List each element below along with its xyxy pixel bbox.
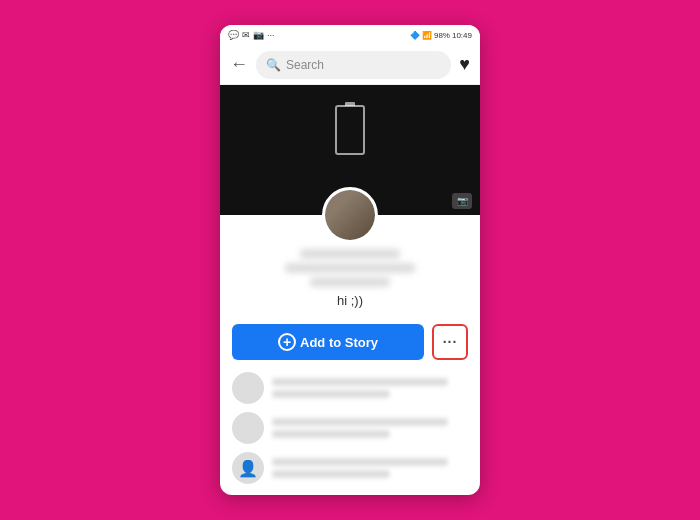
battery-outline-graphic bbox=[335, 105, 365, 155]
feed-text-lines bbox=[272, 458, 468, 478]
blurred-name-line bbox=[300, 249, 400, 259]
person-icon: 👤 bbox=[232, 452, 264, 484]
avatar bbox=[232, 412, 264, 444]
profile-photo bbox=[325, 190, 375, 240]
nav-bar: ← 🔍 Search ♥ bbox=[220, 45, 480, 85]
blurred-info-line bbox=[310, 277, 390, 287]
feed-area: 👤 bbox=[220, 368, 480, 495]
more-options-button[interactable]: ··· bbox=[432, 324, 468, 360]
search-box[interactable]: 🔍 Search bbox=[256, 51, 451, 79]
blurred-username-line bbox=[285, 263, 415, 273]
feed-line bbox=[272, 458, 448, 466]
status-right-icons: 🔷 📶 98% 10:49 bbox=[410, 31, 472, 40]
add-to-story-button[interactable]: + Add to Story bbox=[232, 324, 424, 360]
feed-line bbox=[272, 390, 390, 398]
chat-icon: 💬 bbox=[228, 30, 239, 40]
list-item: 👤 bbox=[232, 452, 468, 484]
add-to-story-label: Add to Story bbox=[300, 335, 378, 350]
signal-icon: 📶 bbox=[422, 31, 432, 40]
hero-area: 📷 bbox=[220, 85, 480, 215]
search-icon: 🔍 bbox=[266, 58, 281, 72]
status-left-icons: 💬 ✉ 📷 ··· bbox=[228, 30, 275, 40]
feed-line bbox=[272, 430, 390, 438]
avatar bbox=[232, 372, 264, 404]
list-item bbox=[232, 412, 468, 444]
bluetooth-icon: 🔷 bbox=[410, 31, 420, 40]
heart-icon[interactable]: ♥ bbox=[459, 54, 470, 75]
feed-text-lines bbox=[272, 378, 468, 398]
battery-top bbox=[345, 102, 355, 106]
action-row: + Add to Story ··· bbox=[220, 316, 480, 368]
phone-frame: 💬 ✉ 📷 ··· 🔷 📶 98% 10:49 ← 🔍 Search ♥ 📷 bbox=[220, 25, 480, 495]
mail-icon: ✉ bbox=[242, 30, 250, 40]
status-bar: 💬 ✉ 📷 ··· 🔷 📶 98% 10:49 bbox=[220, 25, 480, 45]
camera-icon: 📷 bbox=[253, 30, 264, 40]
plus-icon: + bbox=[278, 333, 296, 351]
feed-line bbox=[272, 378, 448, 386]
bio-text: hi ;)) bbox=[337, 293, 363, 308]
battery-icon: 98% bbox=[434, 31, 450, 40]
profile-info: hi ;)) bbox=[220, 249, 480, 316]
time-display: 10:49 bbox=[452, 31, 472, 40]
feed-line bbox=[272, 470, 390, 478]
camera-overlay-icon[interactable]: 📷 bbox=[452, 193, 472, 209]
feed-line bbox=[272, 418, 448, 426]
feed-text-lines bbox=[272, 418, 468, 438]
search-placeholder: Search bbox=[286, 58, 324, 72]
more-status-icon: ··· bbox=[267, 30, 275, 40]
back-button[interactable]: ← bbox=[230, 54, 248, 75]
profile-avatar[interactable] bbox=[322, 187, 378, 243]
list-item bbox=[232, 372, 468, 404]
